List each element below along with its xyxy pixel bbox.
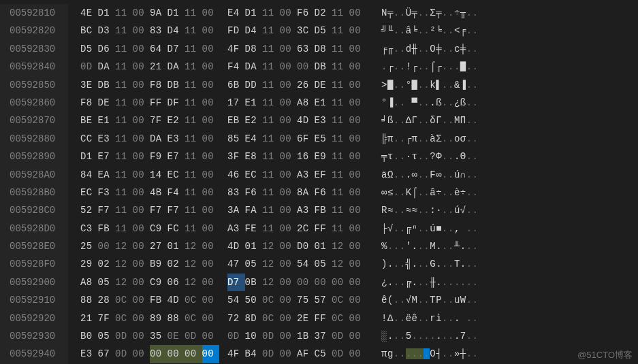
byte-cell[interactable]: 00: [280, 76, 298, 94]
byte-cell[interactable]: 00: [133, 345, 150, 363]
byte-cell[interactable]: 00: [349, 166, 367, 184]
byte-cell[interactable]: 6B: [227, 76, 245, 94]
byte-cell[interactable]: 83: [227, 184, 245, 201]
byte-cell[interactable]: 50: [245, 291, 263, 309]
byte-cell[interactable]: 11: [262, 94, 280, 112]
byte-cell[interactable]: EC: [245, 166, 263, 184]
byte-cell[interactable]: 46: [227, 166, 245, 184]
byte-cell[interactable]: 00: [133, 40, 150, 58]
byte-cell[interactable]: D8: [315, 40, 332, 58]
ascii-dump[interactable]: R≈..≈≈..:·..ú√..: [366, 201, 479, 219]
byte-cell[interactable]: 00: [280, 94, 298, 112]
hex-row[interactable]: 00592880CCE31100DAE3110085E411006FE51100…: [0, 130, 638, 148]
byte-cell[interactable]: DA: [98, 58, 116, 76]
byte-cell[interactable]: F6: [315, 184, 332, 201]
byte-cell[interactable]: 11: [262, 166, 280, 184]
byte-cell[interactable]: DE: [315, 76, 332, 94]
byte-cell[interactable]: 11: [262, 40, 280, 58]
byte-cell[interactable]: 0D: [332, 345, 349, 363]
byte-cell[interactable]: 00: [202, 148, 220, 165]
byte-cell[interactable]: 9A: [150, 4, 168, 22]
ascii-dump[interactable]: ╝╙..â╘..²╘..<╒..: [366, 22, 479, 39]
byte-cell[interactable]: 11: [115, 184, 133, 201]
byte-cell[interactable]: 0C: [115, 291, 133, 309]
byte-cell[interactable]: DB: [168, 76, 185, 94]
byte-cell[interactable]: F7: [150, 201, 168, 219]
hex-bytes[interactable]: D5D6110064D711004FD8110063D81100: [68, 40, 366, 58]
ascii-dump[interactable]: ├√..╔ⁿ..ú■.., ..: [366, 220, 479, 237]
byte-cell[interactable]: 11: [185, 184, 202, 201]
byte-cell[interactable]: 0C: [185, 291, 202, 309]
byte-cell[interactable]: 11: [262, 130, 280, 148]
byte-cell[interactable]: 11: [115, 58, 133, 76]
byte-cell[interactable]: 00: [133, 220, 150, 237]
byte-cell[interactable]: 0D: [262, 345, 280, 363]
byte-cell[interactable]: 01: [168, 237, 185, 255]
byte-cell[interactable]: 00: [349, 94, 367, 112]
byte-cell[interactable]: CC: [80, 130, 98, 148]
byte-cell[interactable]: 00: [280, 40, 298, 58]
hex-row[interactable]: 005928A084EA110014EC110046EC1100A3EF1100…: [0, 166, 638, 184]
byte-cell[interactable]: E3: [315, 112, 332, 129]
ascii-dump[interactable]: N╤..Ü╤..Σ╤..÷╥..: [366, 4, 479, 22]
hex-bytes[interactable]: F8DE1100FFDF110017E11100A8E11100: [68, 94, 366, 112]
byte-cell[interactable]: 00: [202, 327, 220, 345]
byte-cell[interactable]: 00: [349, 184, 367, 201]
byte-cell[interactable]: E1: [315, 94, 332, 112]
byte-cell[interactable]: 00: [280, 201, 298, 219]
byte-cell[interactable]: D7: [227, 274, 245, 291]
byte-cell[interactable]: 00: [349, 291, 367, 309]
hex-bytes[interactable]: BEE111007FE21100EBE211004DE31100: [68, 112, 366, 129]
ascii-dump[interactable]: ê(..√M..TP..uW..: [366, 291, 479, 309]
byte-cell[interactable]: 00: [349, 22, 367, 39]
byte-cell[interactable]: F4: [227, 58, 245, 76]
byte-cell[interactable]: FF: [315, 310, 332, 327]
byte-cell[interactable]: 00: [133, 94, 150, 112]
byte-cell[interactable]: FF: [150, 94, 168, 112]
byte-cell[interactable]: 0D: [332, 327, 349, 345]
byte-cell[interactable]: DE: [98, 94, 116, 112]
byte-cell[interactable]: 00: [202, 94, 220, 112]
ascii-dump[interactable]: ░...5........7..: [366, 327, 479, 345]
byte-cell[interactable]: D8: [245, 40, 263, 58]
byte-cell[interactable]: 3C: [297, 22, 315, 39]
byte-cell[interactable]: DA: [245, 58, 263, 76]
ascii-dump[interactable]: %...'...M...╨...: [366, 237, 479, 255]
byte-cell[interactable]: D2: [315, 4, 332, 22]
byte-cell[interactable]: F6: [245, 184, 263, 201]
ascii-dump[interactable]: ╤τ..∙τ..?Φ...Θ..: [366, 148, 479, 165]
byte-cell[interactable]: 00: [280, 22, 298, 39]
byte-cell[interactable]: 4B: [150, 184, 168, 201]
byte-cell[interactable]: E8: [245, 148, 263, 165]
hex-row[interactable]: 005928C052F71100F7F711003AFA1100A3FB1100…: [0, 201, 638, 219]
byte-cell[interactable]: 00: [202, 237, 220, 255]
byte-cell[interactable]: 27: [150, 237, 168, 255]
byte-cell[interactable]: C9: [150, 274, 168, 291]
hex-row[interactable]: 00592870BEE111007FE21100EBE211004DE31100…: [0, 112, 638, 129]
byte-cell[interactable]: 00: [202, 112, 220, 129]
byte-cell[interactable]: 00: [280, 291, 298, 309]
byte-cell[interactable]: F4: [168, 184, 185, 201]
byte-cell[interactable]: D1: [168, 4, 185, 22]
byte-cell[interactable]: 0D: [262, 327, 280, 345]
ascii-dump[interactable]: !∆..ëê..rì... ..: [366, 310, 479, 327]
byte-cell[interactable]: 28: [98, 291, 116, 309]
byte-cell[interactable]: 3E: [80, 76, 98, 94]
byte-cell[interactable]: D1: [245, 4, 263, 22]
byte-cell[interactable]: C9: [150, 220, 168, 237]
byte-cell[interactable]: 11: [332, 76, 349, 94]
byte-cell[interactable]: DA: [150, 130, 168, 148]
byte-cell[interactable]: 05: [245, 255, 263, 273]
byte-cell[interactable]: 11: [332, 220, 349, 237]
byte-cell[interactable]: 0D: [227, 327, 245, 345]
byte-cell[interactable]: 11: [262, 4, 280, 22]
ascii-dump[interactable]: )...╣...G...T...: [366, 255, 479, 273]
byte-cell[interactable]: 64: [150, 40, 168, 58]
byte-cell[interactable]: 00: [202, 255, 220, 273]
byte-cell[interactable]: F7: [98, 201, 116, 219]
byte-cell[interactable]: 0D: [115, 345, 133, 363]
byte-cell[interactable]: 72: [227, 310, 245, 327]
byte-cell[interactable]: 00: [202, 220, 220, 237]
byte-cell[interactable]: 00: [133, 76, 150, 94]
byte-cell[interactable]: DB: [315, 58, 332, 76]
